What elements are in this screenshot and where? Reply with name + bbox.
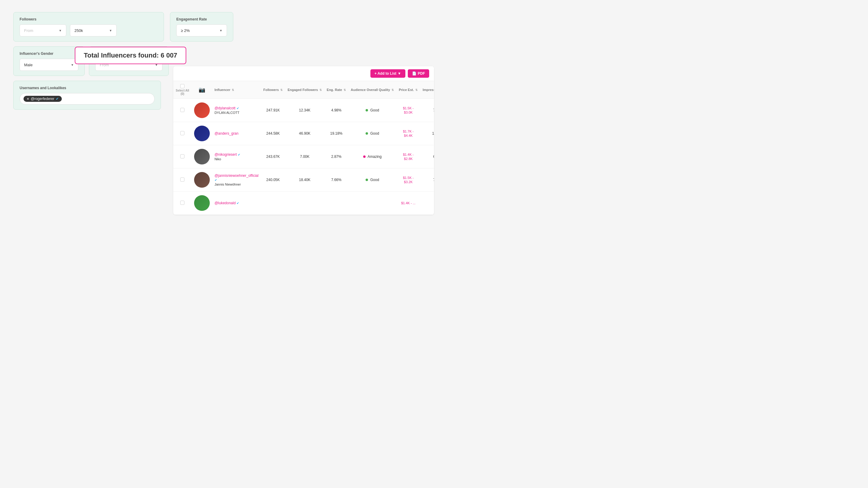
- row-engaged-followers-cell: 12.34K: [285, 99, 324, 122]
- verified-badge-icon: ✔: [237, 201, 239, 205]
- username-tag: ✕ @rogerfederer ✔: [24, 96, 62, 102]
- influencer-header[interactable]: Influencer ⇅: [212, 81, 261, 99]
- row-engaged-followers-cell: 7.00K: [285, 145, 324, 168]
- row-price-cell: $1.7K - $4.4K: [396, 122, 420, 145]
- row-checkbox[interactable]: [180, 108, 184, 112]
- price-est-header[interactable]: Price Est. ⇅: [396, 81, 420, 99]
- followers-from-placeholder: From: [24, 28, 33, 33]
- total-prefix: Total Influencers found:: [84, 52, 159, 59]
- influencer-name: Jannis Niewöhner: [215, 183, 258, 186]
- table-container: Select All (0) 📷 Influencer ⇅: [173, 81, 434, 215]
- row-price-cell: $1.5K - $3.0K: [396, 99, 420, 122]
- username-label: Usernames and Lookalikes: [20, 86, 155, 90]
- influencer-name: DYLAN ALCOTT: [215, 111, 258, 115]
- price-value: $1.4K - $2.8K: [403, 153, 413, 161]
- row-followers-cell: 247.91K: [261, 99, 285, 122]
- quality-label: Good: [370, 178, 379, 182]
- results-table: Select All (0) 📷 Influencer ⇅: [173, 81, 434, 215]
- followers-header[interactable]: Followers ⇅: [261, 81, 285, 99]
- row-checkbox[interactable]: [180, 154, 184, 158]
- tag-remove-icon[interactable]: ✕: [27, 97, 29, 101]
- row-impressions-cell: [420, 192, 434, 215]
- influencer-handle[interactable]: @jannisniewoehner_official ✔: [215, 173, 258, 182]
- total-count: 6 007: [161, 52, 177, 59]
- engaged-followers-header[interactable]: Engaged Followers ⇅: [285, 81, 324, 99]
- row-impressions-cell: 74.3K: [420, 99, 434, 122]
- select-all-checkbox[interactable]: [176, 84, 189, 89]
- username-tag-input[interactable]: ✕ @rogerfederer ✔: [20, 93, 155, 104]
- chevron-down-icon: ▼: [71, 63, 74, 67]
- row-engaged-followers-cell: 18.40K: [285, 168, 324, 192]
- row-eng-rate-cell: 2.87%: [324, 145, 348, 168]
- page-wrapper: Followers From ▼ 250k ▼ Engagement Rate …: [0, 0, 434, 244]
- influencer-handle[interactable]: @nikogriesert ✔: [215, 153, 258, 157]
- followers-from-select[interactable]: From ▼: [20, 24, 66, 36]
- avatar: [194, 126, 210, 141]
- gender-select[interactable]: Male ▼: [20, 59, 79, 71]
- row-influencer-cell: @lukedonald ✔: [212, 192, 261, 215]
- quality-label: Good: [370, 108, 379, 112]
- followers-label: Followers: [20, 17, 158, 22]
- sort-icon: ⇅: [344, 89, 346, 92]
- price-value: $1.7K - $4.4K: [403, 130, 413, 137]
- pdf-button[interactable]: 📄 PDF: [408, 69, 429, 78]
- row-checkbox[interactable]: [180, 131, 184, 135]
- table-body: @dylanalcott ✔ DYLAN ALCOTT 247.91K 12.3…: [173, 99, 434, 215]
- row-followers-cell: [261, 192, 285, 215]
- row-checkbox-cell: [173, 145, 192, 168]
- followers-filter-card: Followers From ▼ 250k ▼: [13, 12, 164, 41]
- verified-badge-icon: ✔: [215, 178, 217, 182]
- row-avatar-cell: [192, 122, 212, 145]
- row-engaged-followers-cell: [285, 192, 324, 215]
- results-panel: + Add to List ▼ 📄 PDF: [173, 66, 434, 215]
- row-checkbox[interactable]: [180, 201, 184, 205]
- quality-dot-icon: [366, 178, 368, 181]
- checkbox-icon[interactable]: [180, 84, 184, 88]
- sort-icon: ⇅: [415, 89, 418, 92]
- influencer-handle[interactable]: @anders_gran: [215, 131, 258, 135]
- engagement-rate-filter-card: Engagement Rate ≥ 2% ▼: [170, 12, 233, 41]
- row-avatar-cell: [192, 192, 212, 215]
- row-quality-cell: Good: [348, 99, 396, 122]
- row-price-cell: $1.5K - $3.2K: [396, 168, 420, 192]
- quality-label: Good: [370, 131, 379, 135]
- impressions-est-header[interactable]: Impressions Est. ⇅: [420, 81, 434, 99]
- price-value: $1.5K - $3.2K: [403, 176, 413, 184]
- quality-dot-icon: [366, 109, 368, 111]
- sort-icon: ⇅: [232, 89, 234, 92]
- followers-inputs: From ▼ 250k ▼: [20, 24, 158, 36]
- chevron-down-icon: ▼: [219, 29, 222, 32]
- pdf-icon: 📄: [412, 71, 416, 76]
- row-quality-cell: Amazing: [348, 145, 396, 168]
- influencer-handle[interactable]: @dylanalcott ✔: [215, 106, 258, 110]
- avatar: [194, 172, 210, 188]
- select-all-label: Select All (0): [176, 89, 189, 96]
- verified-badge-icon: ✔: [237, 107, 239, 110]
- eng-rate-header[interactable]: Eng. Rate ⇅: [324, 81, 348, 99]
- price-value: $1.4K - ...: [401, 201, 415, 205]
- row-followers-cell: 244.58K: [261, 122, 285, 145]
- engagement-rate-select[interactable]: ≥ 2% ▼: [176, 24, 227, 36]
- audience-quality-header[interactable]: Audience Overall Quality ⇅: [348, 81, 396, 99]
- followers-to-value: 250k: [74, 28, 83, 33]
- sort-icon: ⇅: [392, 89, 394, 92]
- row-price-cell: $1.4K - $2.8K: [396, 145, 420, 168]
- followers-to-select[interactable]: 250k ▼: [70, 24, 117, 36]
- chevron-down-icon: ▼: [398, 71, 401, 76]
- row-avatar-cell: [192, 99, 212, 122]
- tag-value: @rogerfederer: [31, 97, 54, 101]
- chevron-down-icon: ▼: [109, 29, 112, 32]
- avatar: [194, 102, 210, 118]
- row-influencer-cell: @dylanalcott ✔ DYLAN ALCOTT: [212, 99, 261, 122]
- row-followers-cell: 240.05K: [261, 168, 285, 192]
- instagram-icon: 📷: [198, 87, 205, 93]
- gender-filter-card: Influencer's Gender Male ▼: [13, 46, 85, 76]
- influencer-handle[interactable]: @lukedonald ✔: [215, 201, 258, 205]
- table-header-row: Select All (0) 📷 Influencer ⇅: [173, 81, 434, 99]
- row-impressions-cell: 67.9K: [420, 145, 434, 168]
- row-influencer-cell: @jannisniewoehner_official ✔ Jannis Niew…: [212, 168, 261, 192]
- table-toolbar: + Add to List ▼ 📄 PDF: [173, 66, 434, 81]
- add-to-list-button[interactable]: + Add to List ▼: [370, 69, 405, 78]
- row-checkbox[interactable]: [180, 177, 184, 182]
- row-checkbox-cell: [173, 168, 192, 192]
